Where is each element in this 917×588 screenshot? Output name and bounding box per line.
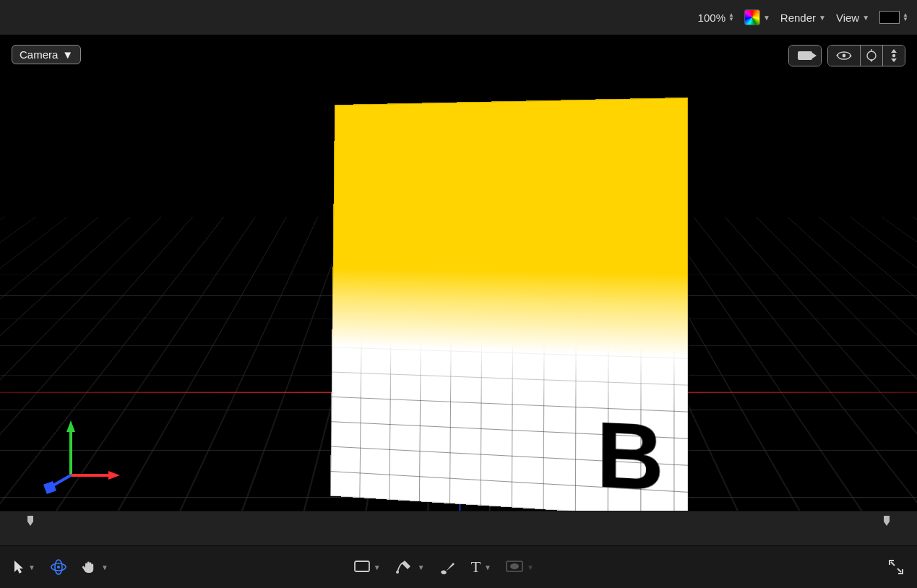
- expand-icon: [888, 559, 904, 575]
- camera-view-dropdown[interactable]: Camera ▼: [12, 45, 81, 64]
- select-tool[interactable]: ▼: [13, 560, 35, 574]
- svg-point-17: [396, 571, 399, 574]
- frame-camera-button[interactable]: [789, 46, 821, 66]
- chevron-down-icon: ▼: [484, 563, 491, 571]
- brush-icon: [439, 560, 457, 574]
- chevron-down-icon: ▼: [101, 563, 108, 571]
- svg-point-15: [57, 566, 60, 568]
- out-point-marker[interactable]: [881, 514, 891, 532]
- aspect-dropdown[interactable]: ▲▼: [879, 11, 908, 24]
- stepper-icon: ▲▼: [728, 13, 734, 22]
- layer-letter: B: [596, 407, 664, 504]
- svg-rect-16: [355, 561, 369, 571]
- chevron-down-icon: ▼: [527, 563, 534, 571]
- dolly-button[interactable]: [882, 46, 905, 66]
- svg-marker-6: [870, 60, 873, 63]
- viewer-top-bar: 100% ▲▼ ▼ Render ▼ View ▼ ▲▼: [0, 0, 917, 35]
- shape-tool[interactable]: ▼: [354, 561, 381, 574]
- canvas-toolbar: ▼ ▼ ▼ ▼ T ▼: [0, 545, 917, 588]
- orbit-icon: [836, 49, 852, 62]
- pan-button[interactable]: [860, 46, 882, 66]
- view-transform-group: [827, 45, 905, 66]
- pen-tool[interactable]: ▼: [395, 559, 425, 575]
- in-point-marker[interactable]: [26, 514, 36, 532]
- svg-point-19: [510, 563, 519, 569]
- pan-icon: [865, 49, 878, 62]
- orientation-gizmo[interactable]: [35, 410, 121, 497]
- layer-plane[interactable]: B: [330, 98, 688, 511]
- pan-tool[interactable]: ▼: [82, 559, 108, 575]
- svg-marker-10: [27, 516, 33, 526]
- chevron-down-icon: ▼: [418, 563, 425, 571]
- x-axis-arrow-icon: [108, 471, 120, 480]
- hand-icon: [82, 559, 98, 575]
- rectangle-icon: [354, 561, 370, 574]
- svg-marker-7: [891, 49, 897, 53]
- fullscreen-button[interactable]: [888, 559, 904, 575]
- camera-view-label: Camera: [20, 48, 58, 61]
- chevron-down-icon: ▼: [374, 563, 381, 571]
- mini-timeline[interactable]: [0, 511, 917, 546]
- 3d-transform-icon: [50, 558, 67, 576]
- aspect-icon: [879, 11, 900, 24]
- paint-stroke-tool[interactable]: [439, 560, 457, 574]
- svg-marker-11: [884, 516, 890, 526]
- view-nav-group: [788, 45, 905, 66]
- svg-point-4: [867, 51, 876, 60]
- 3d-transform-tool[interactable]: [50, 558, 67, 576]
- y-axis-arrow-icon: [66, 420, 75, 432]
- render-label: Render: [780, 12, 816, 24]
- dolly-icon: [889, 49, 899, 62]
- zoom-control[interactable]: 100% ▲▼: [698, 12, 734, 24]
- svg-marker-12: [14, 561, 23, 574]
- canvas-viewport[interactable]: B Camera ▼: [0, 35, 917, 511]
- svg-point-8: [892, 54, 895, 57]
- active-camera-button-group: [788, 45, 822, 66]
- color-wheel-icon: [744, 9, 760, 25]
- stepper-icon: ▲▼: [903, 13, 908, 22]
- svg-point-1: [843, 54, 846, 58]
- color-channel-dropdown[interactable]: ▼: [744, 9, 770, 25]
- view-dropdown[interactable]: View ▼: [836, 12, 869, 24]
- chevron-down-icon: ▼: [28, 563, 35, 571]
- text-icon: T: [471, 558, 481, 576]
- text-tool[interactable]: T ▼: [471, 558, 491, 576]
- chevron-down-icon: ▼: [62, 48, 73, 61]
- mask-tool[interactable]: ▼: [506, 561, 534, 574]
- chevron-down-icon: ▼: [862, 14, 869, 22]
- pen-icon: [395, 559, 414, 575]
- zoom-value: 100%: [698, 12, 726, 24]
- orbit-button[interactable]: [828, 46, 860, 66]
- camera-icon: [798, 51, 812, 60]
- mask-icon: [506, 561, 523, 574]
- scene: B: [0, 35, 917, 511]
- chevron-down-icon: ▼: [763, 14, 770, 22]
- chevron-down-icon: ▼: [819, 14, 826, 22]
- arrow-cursor-icon: [13, 560, 25, 574]
- view-label: View: [836, 12, 859, 24]
- svg-marker-9: [891, 59, 897, 62]
- render-dropdown[interactable]: Render ▼: [780, 12, 826, 24]
